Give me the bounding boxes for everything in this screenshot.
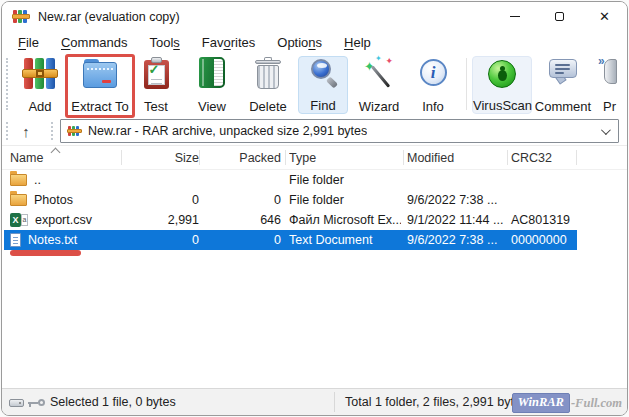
menu-commands[interactable]: Commands <box>50 32 138 54</box>
protect-icon <box>604 59 617 84</box>
test-clipboard-icon: ✓ <box>144 57 169 89</box>
comment-button[interactable]: Comment <box>532 56 594 114</box>
menu-favorites[interactable]: Favorites <box>191 32 266 54</box>
text-file-icon <box>10 233 21 247</box>
column-header-type[interactable]: Type <box>289 147 401 169</box>
wizard-wand-icon: ✦✦✦ <box>364 57 394 89</box>
column-header-packed[interactable]: Packed <box>203 147 281 169</box>
winrar-logo-icon <box>13 10 29 23</box>
annotation-box-extract-to <box>65 54 135 118</box>
add-archive-icon <box>24 58 56 89</box>
archive-icon <box>68 126 81 136</box>
minimize-button[interactable] <box>492 2 537 31</box>
window-title: New.rar (evaluation copy) <box>38 2 180 32</box>
table-row-photos[interactable]: Photos 0 0 File folder 9/6/2022 7:38 ... <box>4 190 577 210</box>
key-icon <box>28 398 45 408</box>
status-bar: Selected 1 file, 0 bytes Total 1 folder,… <box>2 388 627 415</box>
virusscan-bug-icon <box>488 60 516 88</box>
table-row-export-csv[interactable]: Xaexport.csv 2,991 646 Файл Microsoft Ex… <box>4 210 577 230</box>
menu-help[interactable]: Help <box>333 32 382 54</box>
folder-icon <box>10 174 27 186</box>
totals-status: Total 1 folder, 2 files, 2,991 bytes <box>345 389 527 415</box>
column-header-crc32[interactable]: CRC32 <box>511 147 575 169</box>
chevron-down-icon[interactable] <box>601 125 611 135</box>
column-header-size[interactable]: Size <box>125 147 199 169</box>
toolbar-overflow-icon[interactable]: » <box>598 54 605 68</box>
up-arrow-icon: ↑ <box>22 123 30 140</box>
drive-icon <box>9 399 24 407</box>
menu-options[interactable]: Options <box>266 32 333 54</box>
maximize-icon <box>555 12 564 21</box>
comment-bubble-icon <box>548 58 578 89</box>
menu-file[interactable]: File <box>7 32 50 54</box>
selection-status: Selected 1 file, 0 bytes <box>50 389 176 415</box>
close-button[interactable]: ✕ <box>582 2 627 31</box>
column-header-name[interactable]: Name <box>10 147 122 169</box>
archive-path-combobox[interactable]: New.rar - RAR archive, unpacked size 2,9… <box>60 119 619 143</box>
maximize-button[interactable] <box>537 2 582 31</box>
annotation-underline-notes-txt <box>10 250 81 256</box>
test-button[interactable]: ✓ Test <box>132 56 180 114</box>
menu-bar: File Commands Tools Favorites Options He… <box>2 32 627 54</box>
info-icon: i <box>420 59 447 86</box>
close-icon: ✕ <box>599 9 610 24</box>
delete-trash-icon <box>255 57 281 89</box>
status-divider <box>334 392 335 412</box>
view-button[interactable]: View <box>184 56 240 114</box>
table-row-notes-txt[interactable]: Notes.txt 0 0 Text Document 9/6/2022 7:3… <box>4 230 577 250</box>
watermark: WinRAR -Full.com <box>512 393 622 413</box>
watermark-suffix: -Full.com <box>571 396 622 411</box>
find-button[interactable]: Find <box>298 56 348 114</box>
address-drag-grip[interactable] <box>6 122 9 140</box>
column-header-modified[interactable]: Modified <box>407 147 505 169</box>
winrar-window: New.rar (evaluation copy) ✕ File Command… <box>1 1 628 416</box>
address-drag-grip-2[interactable] <box>51 122 54 140</box>
up-directory-button[interactable]: ↑ <box>13 119 39 143</box>
column-header-row: Name Size Packed Type Modified CRC32 <box>4 147 577 169</box>
find-magnifier-icon <box>308 58 338 90</box>
minimize-icon <box>510 16 520 17</box>
folder-icon <box>10 194 27 206</box>
menu-tools[interactable]: Tools <box>138 32 190 54</box>
add-button[interactable]: Add <box>12 56 68 114</box>
view-book-icon <box>199 57 225 88</box>
wizard-button[interactable]: ✦✦✦ Wizard <box>350 56 408 114</box>
delete-button[interactable]: Delete <box>240 56 296 114</box>
info-button[interactable]: i Info <box>410 56 456 114</box>
archive-description: New.rar - RAR archive, unpacked size 2,9… <box>88 124 367 138</box>
table-row-parent-dir[interactable]: .. File folder <box>4 170 577 190</box>
toolbar-drag-grip[interactable] <box>6 58 9 110</box>
toolbar-separator <box>466 58 467 110</box>
excel-file-icon: Xa <box>10 213 28 227</box>
virusscan-button[interactable]: VirusScan <box>472 56 532 114</box>
title-bar: New.rar (evaluation copy) ✕ <box>2 2 627 32</box>
address-bar: ↑ New.rar - RAR archive, unpacked size 2… <box>2 116 627 146</box>
watermark-brand: WinRAR <box>512 393 570 413</box>
